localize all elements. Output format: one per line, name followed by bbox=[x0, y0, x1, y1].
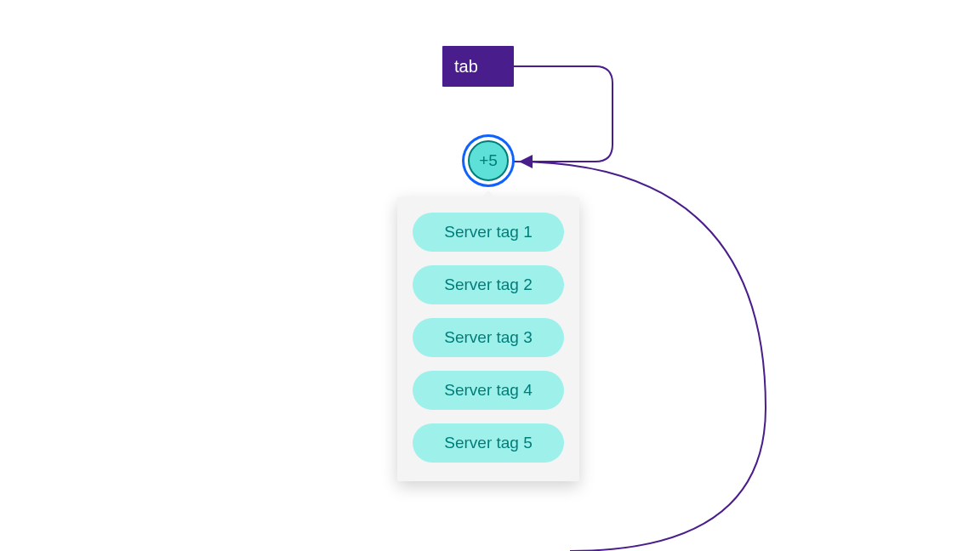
server-tag[interactable]: Server tag 4 bbox=[413, 371, 564, 410]
server-tag-label: Server tag 4 bbox=[444, 381, 533, 399]
server-tag-label: Server tag 1 bbox=[444, 223, 533, 241]
diagram-stage: tab +5 Server tag 1 Server tag 2 Server … bbox=[0, 0, 980, 551]
server-tag-label: Server tag 2 bbox=[444, 276, 533, 293]
tab-key: tab bbox=[442, 46, 514, 87]
connector-tab-to-badge bbox=[514, 66, 612, 162]
server-tag[interactable]: Server tag 3 bbox=[413, 318, 564, 357]
tag-overflow-popover: Server tag 1 Server tag 2 Server tag 3 S… bbox=[397, 197, 579, 481]
server-tag-label: Server tag 3 bbox=[444, 328, 533, 346]
overflow-count-badge[interactable]: +5 bbox=[468, 140, 509, 181]
tab-key-label: tab bbox=[454, 57, 478, 77]
server-tag-label: Server tag 5 bbox=[444, 434, 533, 452]
server-tag[interactable]: Server tag 5 bbox=[413, 423, 564, 463]
overflow-count-label: +5 bbox=[479, 151, 498, 170]
server-tag[interactable]: Server tag 1 bbox=[413, 213, 564, 252]
server-tag[interactable]: Server tag 2 bbox=[413, 265, 564, 304]
